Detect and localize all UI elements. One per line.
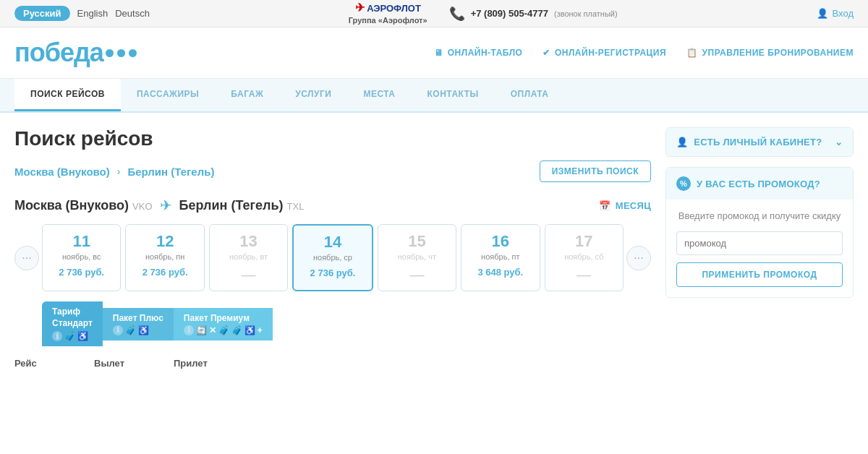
logo[interactable]: победа [14, 38, 137, 68]
phone-block: 📞 +7 (809) 505-4777 (звонок платный) [449, 6, 618, 22]
promo-card: % У ВАС ЕСТЬ ПРОМОКОД? Введите промокод … [665, 167, 854, 298]
scroll-left-button[interactable]: ··· [14, 246, 39, 270]
content-left: Поиск рейсов Москва (Внуково) › Берлин (… [14, 127, 651, 369]
tab-passengers[interactable]: ПАССАЖИРЫ [121, 79, 215, 111]
date-number: 17 [550, 232, 618, 251]
col-flight: Рейс [14, 358, 72, 369]
date-price: — [383, 267, 451, 283]
user-cabinet-icon: 👤 [676, 137, 688, 147]
cabinet-card-header[interactable]: 👤 ЕСТЬ ЛИЧНЫЙ КАБИНЕТ? ⌄ [666, 128, 853, 156]
tab-baggage[interactable]: БАГАЖ [215, 79, 279, 111]
calendar-route: Москва (Внуково) VKO ✈ Берлин (Тегель) T… [14, 197, 651, 214]
tariff-premium-icons: ℹ 🔄 ✕ 🧳 🧳 ♿ + [184, 325, 263, 335]
booking-icon: 📋 [686, 48, 698, 58]
route-from[interactable]: Москва (Внуково) [14, 166, 110, 178]
date-card[interactable]: 14ноябрь, ср2 736 руб. [292, 224, 373, 291]
online-checkin-link[interactable]: ✔ ОНЛАЙН-РЕГИСТРАЦИЯ [542, 48, 666, 58]
apply-promo-button[interactable]: ПРИМЕНИТЬ ПРОМОКОД [676, 262, 843, 287]
date-day: ноябрь, вт [214, 252, 283, 261]
date-price: — [214, 267, 283, 283]
calendar-icon: 📅 [599, 200, 610, 211]
chevron-right-icon: ··· [634, 252, 643, 265]
date-card[interactable]: 13ноябрь, вт— [209, 224, 288, 291]
date-number: 16 [466, 232, 535, 251]
date-card[interactable]: 15ноябрь, чт— [378, 224, 456, 291]
calendar-section: Москва (Внуково) VKO ✈ Берлин (Тегель) T… [14, 197, 651, 369]
date-number: 12 [130, 232, 199, 251]
chevron-down-icon: ⌄ [835, 137, 843, 147]
cal-city-to: Берлин (Тегель) TXL [179, 198, 305, 213]
route-line: Москва (Внуково) › Берлин (Тегель) ИЗМЕН… [14, 160, 651, 182]
route-arrow-icon: › [117, 166, 121, 177]
manage-booking-link[interactable]: 📋 УПРАВЛЕНИЕ БРОНИРОВАНИЕМ [686, 48, 854, 58]
scroll-right-button[interactable]: ··· [626, 246, 651, 270]
col-departure: Вылет [94, 358, 152, 369]
tariff-standard[interactable]: ТарифСтандарт ℹ 🧳 ♿ [42, 301, 103, 346]
promo-card-header: % У ВАС ЕСТЬ ПРОМОКОД? [666, 168, 853, 200]
lang-de-link[interactable]: Deutsch [115, 8, 150, 19]
phone-icon: 📞 [449, 6, 465, 22]
date-card[interactable]: 16ноябрь, пт3 648 руб. [461, 224, 540, 291]
tariff-plus[interactable]: Пакет Плюс ℹ 🧳 ♿ [103, 308, 174, 340]
online-checkin-label: ОНЛАЙН-РЕГИСТРАЦИЯ [555, 48, 666, 58]
date-day: ноябрь, сб [550, 252, 618, 261]
monitor-icon: 🖥 [434, 48, 443, 58]
phone-note: (звонок платный) [554, 9, 618, 18]
content-right: 👤 ЕСТЬ ЛИЧНЫЙ КАБИНЕТ? ⌄ % У ВАС ЕСТЬ ПР… [665, 127, 854, 369]
tab-payment[interactable]: ОПЛАТА [495, 79, 565, 111]
cal-city-from: Москва (Внуково) VKO [14, 198, 153, 213]
login-link[interactable]: 👤 Вход [817, 8, 854, 19]
cols-header: Рейс Вылет Прилет [14, 352, 651, 369]
date-number: 11 [47, 232, 116, 251]
aeroflot-plane-icon: ✈ [355, 1, 365, 14]
date-card[interactable]: 12ноябрь, пн2 736 руб. [125, 224, 204, 291]
aeroflot-group: Группа «Аэрофлот» [349, 16, 427, 25]
chevron-left-icon: ··· [22, 252, 31, 265]
tab-seats[interactable]: МЕСТА [347, 79, 411, 111]
check-icon: ✔ [542, 48, 550, 58]
tariff-premium[interactable]: Пакет Премиум ℹ 🔄 ✕ 🧳 🧳 ♿ + [174, 308, 273, 340]
promo-title: У ВАС ЕСТЬ ПРОМОКОД? [697, 179, 820, 189]
date-price: — [550, 267, 618, 283]
date-day: ноябрь, пт [466, 252, 535, 261]
date-card[interactable]: 11ноябрь, вс2 736 руб. [42, 224, 121, 291]
change-search-button[interactable]: ИЗМЕНИТЬ ПОИСК [540, 160, 651, 182]
lang-ru-button[interactable]: Русский [14, 6, 70, 21]
info-icon-plus: ℹ [113, 325, 123, 335]
logo-dot-1 [106, 49, 114, 57]
phone-number: +7 (809) 505-4777 [471, 8, 548, 19]
tariff-standard-label: ТарифСтандарт [52, 307, 93, 329]
month-label: МЕСЯЦ [616, 200, 651, 211]
online-board-link[interactable]: 🖥 ОНЛАЙН-ТАБЛО [434, 48, 522, 58]
date-card[interactable]: 17ноябрь, сб— [545, 224, 624, 291]
promo-input[interactable] [676, 231, 843, 255]
tab-services[interactable]: УСЛУГИ [279, 79, 347, 111]
date-number: 13 [214, 232, 283, 251]
language-switcher: Русский English Deutsch [14, 6, 150, 21]
info-icon-premium: ℹ [184, 325, 194, 335]
tariff-plus-label: Пакет Плюс [113, 313, 163, 323]
main-content: Поиск рейсов Москва (Внуково) › Берлин (… [0, 113, 868, 383]
tariff-standard-icons: ℹ 🧳 ♿ [52, 331, 93, 341]
bag1-icon: 🧳 [218, 325, 229, 335]
tab-contacts[interactable]: КОНТАКТЫ [412, 79, 495, 111]
aeroflot-logo: ✈ АЭРОФЛОТ Группа «Аэрофлот» [349, 1, 427, 26]
refresh-icon: 🔄 [196, 325, 207, 335]
top-bar-center: ✈ АЭРОФЛОТ Группа «Аэрофлот» 📞 +7 (809) … [349, 1, 618, 26]
tariff-premium-label: Пакет Премиум [184, 313, 263, 323]
promo-description: Введите промокод и получите скидку [676, 210, 843, 223]
lang-en-link[interactable]: English [77, 8, 109, 19]
logo-dot-2 [117, 49, 125, 57]
login-label: Вход [833, 8, 854, 19]
route-to[interactable]: Берлин (Тегель) [127, 166, 214, 178]
plane-icon: ✈ [160, 197, 172, 214]
month-button[interactable]: 📅 МЕСЯЦ [599, 200, 651, 211]
wheelchair-icon: ♿ [77, 331, 88, 341]
cross-icon: ✕ [209, 325, 216, 335]
nav-tabs: ПОИСК РЕЙСОВ ПАССАЖИРЫ БАГАЖ УСЛУГИ МЕСТ… [0, 79, 868, 113]
tab-search-flights[interactable]: ПОИСК РЕЙСОВ [14, 79, 121, 111]
date-price: 2 736 руб. [47, 267, 116, 278]
date-price: 3 648 руб. [466, 267, 535, 278]
cabinet-title: ЕСТЬ ЛИЧНЫЙ КАБИНЕТ? [694, 137, 822, 147]
user-icon: 👤 [817, 8, 828, 19]
